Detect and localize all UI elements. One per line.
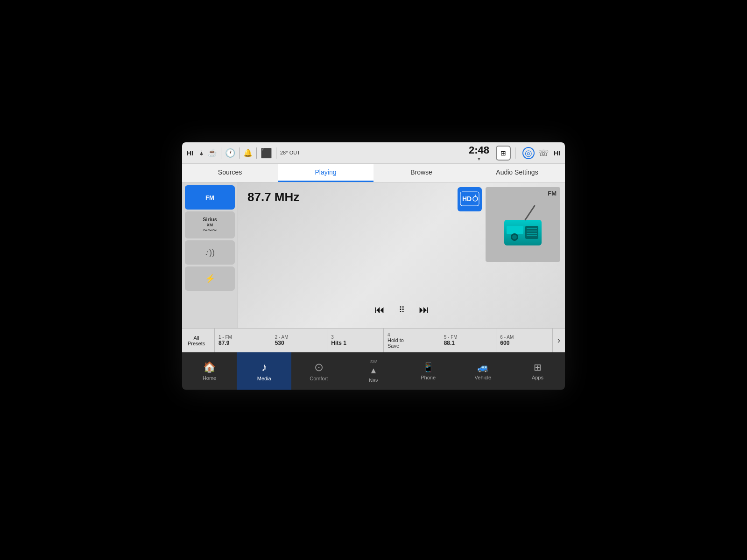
temperature-display: 28° OUT — [280, 150, 300, 156]
clock-icon: 🕐 — [225, 148, 235, 158]
svg-text:HD: HD — [462, 195, 472, 203]
presets-grid-button[interactable]: ⠿ — [399, 305, 405, 315]
temp-label: OUT — [289, 150, 300, 155]
comfort-label: Comfort — [310, 376, 328, 381]
usb-icon: ⚡ — [205, 273, 215, 284]
preset-2[interactable]: 2 - AM 530 — [271, 329, 328, 352]
divider2 — [239, 147, 240, 159]
grid-button[interactable]: ⊞ — [496, 146, 511, 161]
temp-hi-left: HI — [187, 149, 193, 157]
comfort-icon: ⊙ — [314, 361, 324, 374]
tab-bar: Sources Playing Browse Audio Settings — [182, 164, 565, 182]
tab-browse[interactable]: Browse — [374, 164, 469, 182]
nav-phone[interactable]: 📱 Phone — [401, 352, 456, 390]
main-content: FM SiriusXM 〜〜〜 ♪)) ⚡ 87.7 MHz — [182, 182, 565, 328]
status-bar: HI 🌡 ☕ 🕐 🔔 ⬛ 28° OUT 2:48 ▼ ⊞ ◎ ☏ HI — [182, 142, 565, 164]
nav-label: Nav — [369, 378, 378, 383]
divider4 — [276, 147, 276, 159]
apps-icon: ⊞ — [534, 362, 542, 373]
source-usb[interactable]: ⚡ — [185, 266, 235, 291]
fm-label: FM — [205, 194, 214, 201]
square-icon: ⬛ — [261, 147, 272, 159]
tab-audio-settings[interactable]: Audio Settings — [469, 164, 565, 182]
all-presets-button[interactable]: AllPresets — [182, 329, 215, 352]
temp-hi-right: HI — [554, 149, 560, 157]
apps-label: Apps — [532, 375, 543, 380]
temp-value: 28° — [280, 150, 288, 155]
time-chevron: ▼ — [477, 156, 481, 161]
presets-bar: AllPresets 1 - FM 87.9 2 - AM 530 3 Hits… — [182, 328, 565, 352]
radio-circle-icon[interactable]: ◎ — [522, 147, 535, 159]
nav-nav[interactable]: SW ▲ Nav — [346, 352, 401, 390]
preset-5[interactable]: 5 - FM 88.1 — [440, 329, 497, 352]
home-label: Home — [203, 375, 216, 381]
bell-icon: 🔔 — [243, 148, 253, 157]
nav-direction-sub: SW — [370, 359, 377, 364]
playing-area: 87.7 MHz HD FM — [238, 182, 565, 328]
media-label: Media — [257, 376, 271, 381]
radio-svg-icon — [500, 203, 546, 250]
divider3 — [256, 147, 257, 159]
preset-3[interactable]: 3 Hits 1 — [327, 329, 384, 352]
preset-4[interactable]: 4 Hold toSave — [384, 329, 440, 352]
prev-button[interactable]: ⏮ — [374, 304, 385, 316]
vehicle-icon: 🚙 — [477, 362, 489, 373]
preset-1[interactable]: 1 - FM 87.9 — [215, 329, 271, 352]
clock-display: 2:48 ▼ — [469, 144, 489, 161]
svg-rect-10 — [507, 226, 523, 234]
divider5 — [515, 147, 515, 159]
next-button[interactable]: ⏭ — [419, 304, 429, 316]
nav-media[interactable]: ♪ Media — [237, 352, 291, 390]
phone-nav-icon: 📱 — [423, 362, 434, 373]
nav-home[interactable]: 🏠 Home — [182, 352, 237, 390]
time-value: 2:48 — [469, 144, 489, 156]
nav-vehicle[interactable]: 🚙 Vehicle — [456, 352, 510, 390]
svg-rect-5 — [525, 226, 538, 239]
hd-button[interactable]: HD — [458, 187, 482, 211]
car-screen: HI 🌡 ☕ 🕐 🔔 ⬛ 28° OUT 2:48 ▼ ⊞ ◎ ☏ HI — [182, 142, 565, 390]
presets-next-button[interactable]: › — [553, 336, 565, 345]
media-icon: ♪ — [261, 361, 267, 374]
playback-controls: ⏮ ⠿ ⏭ — [247, 304, 556, 321]
nav-apps[interactable]: ⊞ Apps — [510, 352, 565, 390]
source-siriusxm[interactable]: SiriusXM 〜〜〜 — [185, 211, 235, 238]
bluetooth-icon: ♪)) — [205, 248, 215, 258]
coffee-icon: ☕ — [208, 148, 217, 157]
album-art: FM — [486, 187, 560, 262]
svg-point-12 — [512, 235, 517, 239]
svg-line-13 — [525, 206, 535, 220]
heat-icon: 🌡 — [198, 149, 205, 157]
bottom-nav: 🏠 Home ♪ Media ⊙ Comfort SW ▲ Nav 📱 Phon… — [182, 352, 565, 390]
tab-playing[interactable]: Playing — [278, 164, 374, 182]
status-icons: 🌡 ☕ 🕐 🔔 ⬛ 28° OUT — [198, 147, 462, 159]
divider1 — [221, 147, 221, 159]
nav-arrow-icon: ▲ — [369, 366, 378, 376]
sources-panel: FM SiriusXM 〜〜〜 ♪)) ⚡ — [182, 182, 238, 328]
siriusxm-icon: SiriusXM 〜〜〜 — [203, 216, 217, 234]
phone-label: Phone — [421, 375, 436, 380]
home-icon: 🏠 — [203, 361, 216, 373]
source-fm[interactable]: FM — [185, 185, 235, 210]
nav-comfort[interactable]: ⊙ Comfort — [291, 352, 346, 390]
right-icons: ◎ ☏ — [522, 147, 549, 159]
phone-icon[interactable]: ☏ — [538, 148, 549, 158]
vehicle-label: Vehicle — [475, 375, 491, 380]
source-bluetooth[interactable]: ♪)) — [185, 240, 235, 265]
preset-6[interactable]: 6 - AM 600 — [496, 329, 553, 352]
hd-label: HD — [459, 191, 480, 208]
fm-art-label: FM — [548, 190, 557, 197]
tab-sources[interactable]: Sources — [182, 164, 278, 182]
